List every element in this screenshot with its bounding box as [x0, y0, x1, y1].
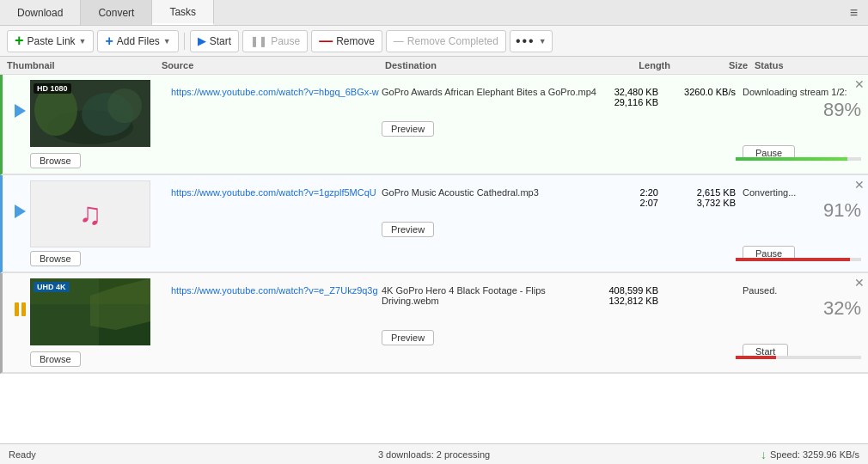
status-count: 3 downloads: 2 processing — [292, 449, 576, 460]
row1-close-button[interactable]: ✕ — [854, 78, 865, 90]
paste-link-button[interactable]: + Paste Link ▼ — [7, 30, 94, 52]
start-button[interactable]: ▶ Start — [190, 30, 239, 52]
row1-dest-col: GoPro Awards African Elephant Bites a Go… — [382, 80, 596, 137]
row3-percent: 32% — [743, 297, 861, 320]
toolbar: + Paste Link ▼ + Add Files ▼ ▶ Start ❚❚ … — [0, 26, 868, 57]
status-speed: ↓ Speed: 3259.96 KB/s — [576, 448, 859, 461]
speed-value: Speed: 3259.96 KB/s — [770, 449, 859, 460]
row3-dest-name: 4K GoPro Hero 4 Black Footage - Flips Dr… — [382, 285, 596, 306]
row3-status-col: Paused. 32% Start — [743, 278, 861, 359]
row2-source-url: https://www.youtube.com/watch?v=1gzplf5M… — [171, 187, 382, 198]
svg-point-4 — [107, 89, 142, 123]
row3-close-button[interactable]: ✕ — [854, 277, 865, 289]
row2-preview-button[interactable]: Preview — [382, 222, 434, 237]
row1-source-url: https://www.youtube.com/watch?v=hbgq_6BG… — [171, 87, 382, 97]
more-dropdown-icon[interactable]: ▼ — [539, 37, 547, 46]
add-files-plus-icon: + — [105, 34, 113, 49]
tab-tasks[interactable]: Tasks — [152, 0, 214, 25]
remove-button[interactable]: — Remove — [311, 30, 382, 52]
header-source: Source — [162, 60, 385, 70]
row3-status-text: Paused. — [743, 285, 861, 296]
row2-size-col: 2,615 KB 3,732 KB — [665, 187, 743, 208]
pause-icon: ❚❚ — [250, 35, 267, 47]
row1-length1: 32,480 KB — [596, 87, 658, 97]
row2-length1: 2:20 — [596, 187, 658, 198]
row3-progress-bar-container — [736, 356, 861, 359]
play-triangle-icon-2[interactable] — [15, 205, 26, 218]
row2-size1: 2,615 KB — [665, 187, 736, 198]
tab-bar: Download Convert Tasks ≡ — [0, 0, 868, 26]
add-files-dropdown-icon[interactable]: ▼ — [163, 37, 171, 46]
row2-progress-bar — [736, 258, 850, 261]
header-status: Status — [755, 60, 861, 70]
row1-length2: 29,116 KB — [596, 97, 658, 107]
row1-status-text: Downloading stream 1/2: — [743, 87, 861, 97]
row3-progress-bar — [736, 356, 776, 359]
row2-thumbnail: ♫ — [30, 180, 150, 247]
status-ready: Ready — [9, 449, 292, 460]
row1-play-btn[interactable] — [9, 104, 30, 118]
header-destination: Destination — [385, 60, 608, 70]
row3-thumb-col: UHD 4K Browse — [30, 278, 164, 367]
row1-size-col: 3260.0 KB/s — [665, 87, 743, 97]
row1-progress-bar-container — [736, 157, 861, 161]
row1-badge: HD 1080 — [34, 83, 71, 94]
row1-thumb-col: HD 1080 Browse — [30, 80, 164, 168]
row1-percent: 89% — [743, 99, 861, 121]
add-files-label: Add Files — [117, 35, 160, 47]
row2-status-text: Converting... — [743, 187, 861, 198]
paste-link-label: Paste Link — [28, 35, 76, 47]
row3-source-col: https://www.youtube.com/watch?v=e_Z7Ukz9… — [171, 278, 382, 296]
status-bar: Ready 3 downloads: 2 processing ↓ Speed:… — [0, 443, 868, 464]
row2-thumb-col: ♫ Browse — [30, 180, 164, 266]
dots-icon: ••• — [516, 34, 535, 49]
remove-completed-button[interactable]: — Remove Completed — [386, 30, 506, 52]
row3-pause-indicator[interactable] — [9, 302, 30, 316]
download-row-3: UHD 4K Browse https://www.youtube.com/wa… — [0, 273, 868, 374]
row3-source-url: https://www.youtube.com/watch?v=e_Z7Ukz9… — [171, 285, 382, 296]
remove-label: Remove — [336, 35, 375, 47]
row1-dest-name: GoPro Awards African Elephant Bites a Go… — [382, 87, 596, 97]
row1-preview-button[interactable]: Preview — [382, 121, 434, 137]
header-thumbnail: Thumbnail — [7, 60, 162, 70]
row2-length2: 2:07 — [596, 198, 658, 208]
row3-length2: 132,812 KB — [596, 296, 658, 306]
row2-source-col: https://www.youtube.com/watch?v=1gzplf5M… — [171, 180, 382, 198]
paste-link-dropdown-icon[interactable]: ▼ — [79, 37, 87, 46]
row1-status-col: Downloading stream 1/2: 89% Pause — [743, 80, 861, 161]
row2-dest-name: GoPro Music Acoustic Cathedral.mp3 — [382, 187, 596, 198]
row2-length-col: 2:20 2:07 — [596, 187, 665, 208]
hamburger-button[interactable]: ≡ — [840, 0, 868, 25]
tab-download[interactable]: Download — [0, 0, 81, 25]
row1-length-col: 32,480 KB 29,116 KB — [596, 87, 665, 107]
row3-length1: 408,599 KB — [596, 285, 658, 296]
row1-source-col: https://www.youtube.com/watch?v=hbgq_6BG… — [171, 80, 382, 97]
remove-completed-label: Remove Completed — [407, 35, 498, 47]
pause-label: Pause — [271, 35, 300, 47]
table-header: Thumbnail Source Destination Length Size… — [0, 57, 868, 75]
row2-progress-bar-container — [736, 258, 861, 261]
row2-close-button[interactable]: ✕ — [854, 179, 865, 191]
row3-browse-button[interactable]: Browse — [30, 351, 81, 367]
play-triangle-icon[interactable] — [15, 104, 26, 118]
tab-convert[interactable]: Convert — [81, 0, 152, 25]
music-note-icon: ♫ — [79, 196, 102, 232]
start-label: Start — [210, 35, 231, 47]
add-files-button[interactable]: + Add Files ▼ — [97, 30, 178, 52]
row1-size2: 3260.0 KB/s — [665, 87, 736, 97]
pause-bars-icon[interactable] — [15, 302, 26, 316]
remove-icon: — — [319, 34, 333, 49]
pause-button[interactable]: ❚❚ Pause — [242, 30, 308, 52]
speed-down-arrow-icon: ↓ — [761, 448, 767, 461]
download-row: HD 1080 Browse https://www.youtube.com/w… — [0, 75, 868, 175]
row3-preview-button[interactable]: Preview — [382, 330, 434, 345]
start-play-icon: ▶ — [198, 34, 206, 47]
row2-browse-button[interactable]: Browse — [30, 251, 81, 266]
row3-dest-col: 4K GoPro Hero 4 Black Footage - Flips Dr… — [382, 278, 596, 345]
row2-play-btn[interactable] — [9, 205, 30, 218]
row3-length-col: 408,599 KB 132,812 KB — [596, 285, 665, 306]
row1-browse-button[interactable]: Browse — [30, 153, 81, 168]
more-options-button[interactable]: ••• ▼ — [510, 30, 553, 52]
row1-progress-bar — [736, 157, 847, 161]
download-row-2: ♫ Browse https://www.youtube.com/watch?v… — [0, 175, 868, 273]
